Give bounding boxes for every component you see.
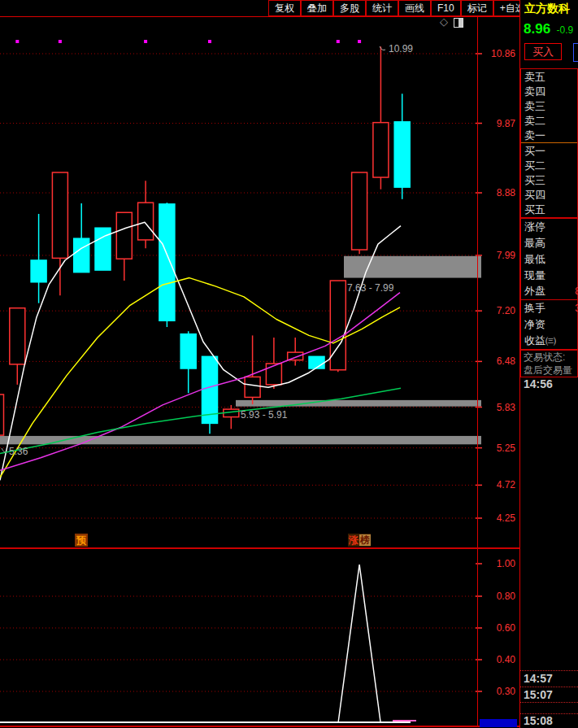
- after-hours-volume-label: 盘后交易量: [524, 364, 577, 377]
- candle: [309, 356, 324, 368]
- price-tick-label: 6.48: [483, 356, 515, 367]
- candle-body: [138, 203, 154, 240]
- price-tick-label: 4.25: [483, 513, 515, 524]
- candle: [224, 405, 239, 429]
- menu-item-6[interactable]: F10: [431, 0, 461, 16]
- chart-right-border: [477, 17, 478, 726]
- chart-annotation: 5.36: [9, 446, 28, 457]
- info-row-1: 涨停: [521, 219, 577, 235]
- dotted-separator: [520, 687, 578, 687]
- info-label: 最高: [524, 236, 545, 251]
- stock-name: 立方数科: [524, 2, 570, 16]
- candle: [74, 203, 89, 272]
- price-zone: [236, 400, 481, 407]
- buy-row-5: 买五: [521, 203, 577, 217]
- price-change: -0.9: [557, 24, 574, 36]
- candlestick-chart[interactable]: 10.997.63 - 7.995.93 - 5.915.36: [0, 17, 483, 533]
- info-row-6: 换手3: [521, 300, 577, 316]
- price-tick-label: 7.20: [483, 306, 515, 316]
- candle: [0, 395, 4, 435]
- info-label: 换手: [524, 301, 545, 316]
- quote-info-box: 涨停最高最低现量外盘8换手3净资收益㈢: [520, 218, 578, 350]
- candle-body: [74, 238, 89, 272]
- dotted-separator: [520, 670, 578, 671]
- candle: [202, 356, 218, 434]
- sell-row-3: 卖三: [521, 98, 577, 113]
- chip-text-bang: 榜: [359, 534, 371, 546]
- info-row-3: 最低: [521, 251, 577, 268]
- info-label: 外盘: [524, 284, 545, 299]
- indicator-spike: [338, 565, 380, 722]
- price-row: 8.96 -0.9: [524, 21, 573, 37]
- menu-item-4[interactable]: 统计: [366, 0, 398, 16]
- price-tick-label: 10.86: [483, 49, 515, 59]
- menu-item-7[interactable]: 标记: [461, 0, 493, 16]
- indicator-label-yu[interactable]: 预: [75, 534, 88, 547]
- candle: [245, 335, 260, 404]
- candle-body: [245, 377, 260, 397]
- sell-row-5: 卖五: [521, 69, 577, 84]
- chart-annotation: 7.63 - 7.99: [347, 282, 394, 294]
- dotted-separator: [520, 702, 578, 703]
- sell-button-partial[interactable]: [573, 43, 578, 62]
- after-hours-time: 15:07: [524, 688, 553, 701]
- price-tick-label: 8.88: [483, 188, 515, 198]
- order-book: 卖五卖四卖三卖二卖一买一买二买三买四买五: [520, 68, 578, 218]
- candle-body: [266, 364, 281, 385]
- last-price: 8.96: [524, 21, 550, 37]
- limit-up-dot: [358, 40, 361, 43]
- info-label: 最低: [524, 252, 545, 267]
- info-value: 3: [575, 303, 578, 314]
- price-zone: [0, 436, 481, 444]
- candle: [159, 203, 175, 327]
- scroll-thumb[interactable]: [480, 719, 517, 727]
- menu-item-2[interactable]: 叠加: [301, 0, 333, 16]
- info-label: 涨停: [524, 220, 545, 234]
- candle-body: [159, 204, 175, 320]
- menu-item-1[interactable]: 复权: [268, 0, 301, 16]
- chart-annotation: 10.99: [389, 43, 413, 54]
- indicator-tick-label: 0.60: [483, 623, 515, 634]
- after-hours-time: 15:08: [524, 714, 553, 727]
- after-hours-time: 14:57: [524, 672, 553, 685]
- indicator-top-border: [0, 547, 519, 549]
- chart-annotation: 5.93 - 5.91: [241, 409, 288, 421]
- candle: [330, 281, 345, 372]
- limit-up-dot: [337, 40, 340, 43]
- trade-status-box: 交易状态: 盘后交易量: [520, 350, 578, 377]
- indicator-tick-label: 0.30: [483, 687, 515, 697]
- info-row-8: 收益㈢: [521, 333, 577, 349]
- trade-buttons: 买入: [524, 43, 562, 61]
- quote-time: 14:56: [524, 377, 553, 390]
- sell-row-1: 卖一: [521, 128, 577, 142]
- buy-row-4: 买四: [521, 188, 577, 203]
- candle-body: [330, 281, 345, 370]
- limit-up-dot: [208, 40, 211, 43]
- candle: [138, 181, 154, 248]
- chip-text-zhang: 涨: [348, 534, 359, 546]
- candle-body: [10, 308, 25, 364]
- candle-body: [116, 212, 132, 259]
- price-tick-label: 5.25: [483, 443, 515, 454]
- candle-body: [31, 260, 46, 282]
- indicator-chart[interactable]: [0, 533, 483, 726]
- info-label: 现量: [524, 268, 545, 283]
- candle-body: [52, 172, 67, 258]
- buy-button[interactable]: 买入: [524, 43, 562, 60]
- buy-row-1: 买一: [521, 143, 577, 158]
- annotation-hook: [2, 448, 6, 452]
- indicator-label-zhangbang[interactable]: 涨榜: [348, 534, 371, 547]
- info-value: 8: [575, 286, 578, 297]
- menu-item-3[interactable]: 多股: [333, 0, 366, 16]
- candle: [180, 331, 196, 393]
- menu-item-5[interactable]: 画线: [398, 0, 431, 16]
- price-tick-label: 5.83: [483, 403, 515, 413]
- info-row-7: 净资: [521, 316, 577, 333]
- indicator-tick-label: 0.80: [483, 591, 515, 602]
- trade-status-label: 交易状态:: [524, 351, 577, 364]
- candle: [352, 172, 367, 254]
- menu-bar: 复权叠加多股统计画线F10标记+自选返回: [0, 0, 578, 17]
- info-row-4: 现量: [521, 268, 577, 284]
- buy-row-3: 买三: [521, 173, 577, 188]
- limit-up-dot: [144, 40, 147, 43]
